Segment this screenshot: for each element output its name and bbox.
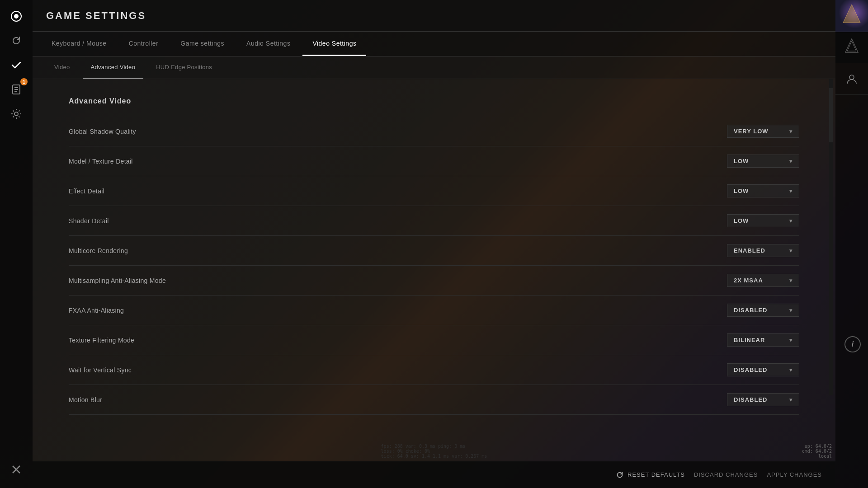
- apply-changes-button[interactable]: APPLY CHANGES: [767, 471, 822, 478]
- settings-row-msaa: Multisampling Anti-Aliasing Mode 2X MSAA…: [69, 266, 799, 296]
- reset-icon: [616, 471, 624, 479]
- gear-icon[interactable]: [7, 104, 26, 123]
- shader-detail-dropdown[interactable]: LOW ▾: [727, 214, 799, 227]
- debug-right-line3: local: [802, 454, 832, 459]
- settings-row-multicore: Multicore Rendering ENABLED ▾: [69, 236, 799, 266]
- chevron-down-icon: ▾: [789, 367, 793, 373]
- msaa-value: 2X MSAA: [734, 277, 763, 284]
- texture-filter-value: BILINEAR: [734, 337, 765, 343]
- texture-detail-dropdown[interactable]: LOW ▾: [727, 155, 799, 168]
- debug-right-line1: up: 64.0/2: [802, 444, 832, 449]
- texture-filter-dropdown[interactable]: BILINEAR ▾: [727, 333, 799, 347]
- fxaa-value: DISABLED: [734, 307, 767, 314]
- svg-point-6: [14, 112, 18, 116]
- settings-row-vsync: Wait for Vertical Sync DISABLED ▾: [69, 355, 799, 385]
- subtab-hud-edge-positions[interactable]: HUD Edge Positions: [148, 56, 220, 79]
- chevron-down-icon: ▾: [789, 307, 793, 314]
- settings-row-fxaa: FXAA Anti-Aliasing DISABLED ▾: [69, 296, 799, 325]
- chevron-down-icon: ▾: [789, 277, 793, 284]
- main-content: GAME SETTINGS Keyboard / Mouse Controlle…: [33, 0, 835, 488]
- msaa-label: Multisampling Anti-Aliasing Mode: [69, 277, 166, 284]
- sub-navigation: Video Advanced Video HUD Edge Positions: [33, 56, 835, 79]
- chevron-down-icon: ▾: [789, 188, 793, 194]
- chevron-down-icon: ▾: [789, 397, 793, 403]
- bottom-bar: RESET DEFAULTS DISCARD CHANGES APPLY CHA…: [33, 461, 835, 488]
- shader-detail-value: LOW: [734, 217, 749, 224]
- svg-point-1: [14, 14, 19, 19]
- fxaa-label: FXAA Anti-Aliasing: [69, 307, 124, 314]
- tab-controller[interactable]: Controller: [119, 32, 169, 56]
- multicore-label: Multicore Rendering: [69, 247, 128, 254]
- chevron-down-icon: ▾: [789, 158, 793, 164]
- settings-row-texture-filter: Texture Filtering Mode BILINEAR ▾: [69, 325, 799, 355]
- chevron-down-icon: ▾: [789, 218, 793, 224]
- settings-row-shadow-quality: Global Shadow Quality VERY LOW ▾: [69, 117, 799, 146]
- tab-keyboard-mouse[interactable]: Keyboard / Mouse: [42, 32, 117, 56]
- shadow-quality-label: Global Shadow Quality: [69, 128, 136, 135]
- rank-panel[interactable]: [835, 32, 868, 63]
- vsync-label: Wait for Vertical Sync: [69, 366, 132, 374]
- motion-blur-dropdown[interactable]: DISABLED ▾: [727, 393, 799, 406]
- svg-point-14: [849, 75, 854, 80]
- check-icon[interactable]: [7, 56, 26, 75]
- settings-area: Advanced Video Global Shadow Quality VER…: [33, 79, 835, 488]
- right-sidebar: i: [835, 0, 868, 488]
- profile-icon[interactable]: [835, 63, 868, 95]
- settings-row-effect-detail: Effect Detail LOW ▾: [69, 176, 799, 206]
- motion-blur-value: DISABLED: [734, 396, 767, 403]
- chevron-down-icon: ▾: [789, 248, 793, 254]
- vsync-dropdown[interactable]: DISABLED ▾: [727, 363, 799, 376]
- settings-row-shader-detail: Shader Detail LOW ▾: [69, 206, 799, 236]
- effect-detail-dropdown[interactable]: LOW ▾: [727, 184, 799, 197]
- info-icon[interactable]: i: [844, 336, 861, 352]
- discard-changes-button[interactable]: DISCARD CHANGES: [694, 471, 758, 478]
- vsync-value: DISABLED: [734, 366, 767, 373]
- reset-label: RESET DEFAULTS: [627, 471, 685, 478]
- fxaa-dropdown[interactable]: DISABLED ▾: [727, 304, 799, 317]
- left-sidebar: 1: [0, 0, 33, 488]
- document-icon[interactable]: 1: [7, 80, 26, 99]
- page-title: GAME SETTINGS: [46, 10, 146, 22]
- settings-row-texture-detail: Model / Texture Detail LOW ▾: [69, 146, 799, 176]
- motion-blur-label: Motion Blur: [69, 396, 102, 404]
- svg-rect-11: [835, 32, 868, 64]
- debug-stats-right: up: 64.0/2 cmd: 64.0/2 local: [802, 444, 832, 459]
- multicore-value: ENABLED: [734, 247, 765, 254]
- tab-audio-settings[interactable]: Audio Settings: [236, 32, 300, 56]
- reset-defaults-button[interactable]: RESET DEFAULTS: [616, 471, 685, 479]
- shadow-quality-dropdown[interactable]: VERY LOW ▾: [727, 125, 799, 138]
- debug-right-line2: cmd: 64.0/2: [802, 449, 832, 454]
- subtab-video[interactable]: Video: [46, 56, 78, 79]
- texture-detail-value: LOW: [734, 158, 749, 164]
- chevron-down-icon: ▾: [789, 128, 793, 135]
- notification-badge: 1: [20, 78, 28, 85]
- texture-detail-label: Model / Texture Detail: [69, 158, 133, 165]
- settings-row-motion-blur: Motion Blur DISABLED ▾: [69, 385, 799, 415]
- section-title: Advanced Video: [69, 97, 799, 105]
- tab-video-settings[interactable]: Video Settings: [302, 32, 366, 56]
- close-icon[interactable]: [7, 460, 26, 479]
- msaa-dropdown[interactable]: 2X MSAA ▾: [727, 274, 799, 287]
- texture-filter-label: Texture Filtering Mode: [69, 337, 134, 344]
- top-navigation: Keyboard / Mouse Controller Game setting…: [33, 32, 835, 56]
- refresh-icon[interactable]: [7, 31, 26, 50]
- shadow-quality-value: VERY LOW: [734, 128, 769, 135]
- shader-detail-label: Shader Detail: [69, 217, 109, 225]
- logo-icon[interactable]: [7, 7, 26, 26]
- header: GAME SETTINGS: [33, 0, 835, 32]
- tab-game-settings[interactable]: Game settings: [170, 32, 234, 56]
- effect-detail-value: LOW: [734, 188, 749, 194]
- chevron-down-icon: ▾: [789, 337, 793, 343]
- effect-detail-label: Effect Detail: [69, 188, 104, 195]
- avatar-panel[interactable]: [835, 0, 868, 32]
- multicore-dropdown[interactable]: ENABLED ▾: [727, 244, 799, 257]
- subtab-advanced-video[interactable]: Advanced Video: [83, 56, 144, 79]
